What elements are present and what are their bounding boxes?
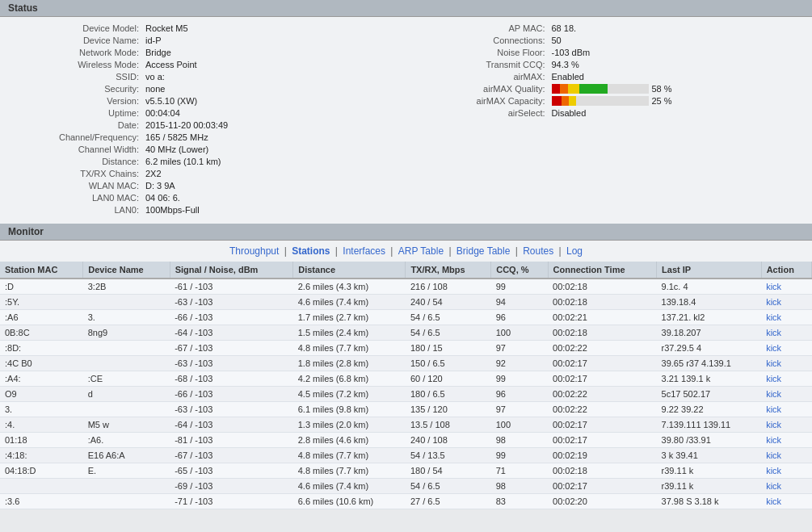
table-row: :5Y. -63 / -103 4.6 miles (7.4 km) 240 /… (0, 295, 812, 310)
cell-signal: -63 / -103 (170, 356, 293, 371)
cell-ccq: 100 (491, 417, 548, 433)
status-right: AP MAC: 68 18. Connections: 50 Noise Flo… (406, 23, 813, 217)
cell-last-ip: 9.22 39.22 (657, 402, 762, 417)
cell-signal: -63 / -103 (170, 295, 293, 310)
kick-link[interactable]: kick (766, 435, 781, 445)
transmit-ccq-value: 94.3 % (552, 60, 579, 69)
kick-link[interactable]: kick (766, 420, 781, 429)
nav-arp-table[interactable]: ARP Table (398, 245, 444, 257)
date-row: Date: 2015-11-20 00:03:49 (16, 120, 390, 130)
cell-device: 3. (83, 310, 170, 325)
cell-signal: -64 / -103 (170, 417, 293, 433)
kick-link[interactable]: kick (766, 343, 781, 353)
cell-mac: 0B:8C (0, 325, 83, 341)
cell-distance: 6.6 miles (10.6 km) (293, 494, 406, 509)
date-label: Date: (16, 120, 145, 130)
cell-mac: :4C B0 (0, 356, 83, 371)
nav-throughput[interactable]: Throughput (229, 245, 279, 257)
nav-bridge-table[interactable]: Bridge Table (456, 245, 511, 257)
cell-mac: 3. (0, 402, 83, 417)
airmax-capacity-bar-container: 25 % (552, 96, 672, 106)
table-row: 0B:8C 8ng9 -64 / -103 1.5 miles (2.4 km)… (0, 325, 812, 341)
device-name-value: id-P (145, 36, 162, 45)
txrx-value: 2X2 (145, 169, 162, 178)
nav-links: Throughput | Stations | Interfaces | ARP… (0, 241, 812, 262)
nav-sep-6: | (559, 245, 564, 257)
cell-signal: -68 / -103 (170, 371, 293, 387)
col-action: Action (761, 262, 811, 279)
airmax-value: Enabled (552, 72, 584, 82)
ssid-value: vo a: (145, 72, 165, 82)
col-device-name: Device Name (83, 262, 170, 279)
kick-link[interactable]: kick (766, 328, 781, 337)
wlan-mac-row: WLAN MAC: D: 3 9A (16, 181, 390, 191)
table-row: :4. M5 w -64 / -103 1.3 miles (2.0 km) 1… (0, 417, 812, 433)
kick-link[interactable]: kick (766, 496, 781, 506)
nav-stations[interactable]: Stations (292, 245, 330, 257)
nav-sep-5: | (515, 245, 520, 257)
cell-conn-time: 00:02:22 (548, 341, 657, 356)
cell-ccq: 71 (491, 463, 548, 479)
nav-routes[interactable]: Routes (523, 245, 553, 257)
cell-action: kick (761, 433, 811, 448)
col-txrx: TX/RX, Mbps (406, 262, 491, 279)
nav-log[interactable]: Log (566, 245, 583, 257)
status-section: Device Model: Rocket M5 Device Name: id-… (0, 17, 812, 224)
cell-txrx: 180 / 6.5 (406, 387, 491, 402)
kick-link[interactable]: kick (766, 358, 781, 368)
cell-last-ip: 3.21 139.1 k (657, 371, 762, 387)
cap-bar-seg-red (552, 96, 562, 106)
kick-link[interactable]: kick (766, 404, 781, 414)
cell-ccq: 83 (491, 494, 548, 509)
cell-mac (0, 479, 83, 494)
cell-last-ip: 137.21. kl2 (657, 310, 762, 325)
cell-signal: -69 / -103 (170, 479, 293, 494)
nav-interfaces[interactable]: Interfaces (343, 245, 385, 257)
cell-distance: 6.1 miles (9.8 km) (293, 402, 406, 417)
kick-link[interactable]: kick (766, 481, 781, 491)
lan0-mac-value: 04 06: 6. (145, 193, 180, 203)
cell-action: kick (761, 341, 811, 356)
version-value: v5.5.10 (XW) (145, 96, 197, 106)
cell-mac: :5Y. (0, 295, 83, 310)
bar-seg-red (552, 84, 560, 94)
cell-conn-time: 00:02:20 (548, 494, 657, 509)
cell-mac: 01:18 (0, 433, 83, 448)
main-container: Status Device Model: Rocket M5 Device Na… (0, 0, 812, 532)
kick-link[interactable]: kick (766, 466, 781, 475)
cell-last-ip: 7.139.111 139.11 (657, 417, 762, 433)
table-row: 3. -63 / -103 6.1 miles (9.8 km) 135 / 1… (0, 402, 812, 417)
kick-link[interactable]: kick (766, 312, 781, 322)
kick-link[interactable]: kick (766, 450, 781, 460)
cell-distance: 2.8 miles (4.6 km) (293, 433, 406, 448)
cell-action: kick (761, 387, 811, 402)
wireless-mode-row: Wireless Mode: Access Point (16, 60, 390, 69)
lan0-label: LAN0: (16, 205, 145, 215)
cell-txrx: 27 / 6.5 (406, 494, 491, 509)
table-row: -69 / -103 4.6 miles (7.4 km) 54 / 6.5 9… (0, 479, 812, 494)
ap-mac-label: AP MAC: (423, 23, 552, 33)
cell-distance: 4.8 miles (7.7 km) (293, 448, 406, 463)
network-mode-value: Bridge (145, 48, 171, 57)
cell-device (83, 494, 170, 509)
cell-mac: :D (0, 279, 83, 295)
cell-distance: 1.5 miles (2.4 km) (293, 325, 406, 341)
lan0-mac-row: LAN0 MAC: 04 06: 6. (16, 193, 390, 203)
cell-txrx: 180 / 15 (406, 341, 491, 356)
cell-signal: -64 / -103 (170, 325, 293, 341)
channel-row: Channel/Frequency: 165 / 5825 MHz (16, 132, 390, 142)
noise-floor-row: Noise Floor: -103 dBm (423, 48, 797, 57)
cell-txrx: 135 / 120 (406, 402, 491, 417)
cell-last-ip: r39.11 k (657, 479, 762, 494)
device-name-row: Device Name: id-P (16, 36, 390, 45)
kick-link[interactable]: kick (766, 297, 781, 307)
cell-signal: -81 / -103 (170, 433, 293, 448)
kick-link[interactable]: kick (766, 374, 781, 383)
cap-bar-seg-yellow (569, 96, 576, 106)
kick-link[interactable]: kick (766, 282, 781, 291)
stations-tbody: :D 3:2B -61 / -103 2.6 miles (4.3 km) 21… (0, 279, 812, 509)
cell-ccq: 97 (491, 402, 548, 417)
device-model-value: Rocket M5 (145, 23, 188, 33)
lan0-mac-label: LAN0 MAC: (16, 193, 145, 203)
kick-link[interactable]: kick (766, 389, 781, 399)
